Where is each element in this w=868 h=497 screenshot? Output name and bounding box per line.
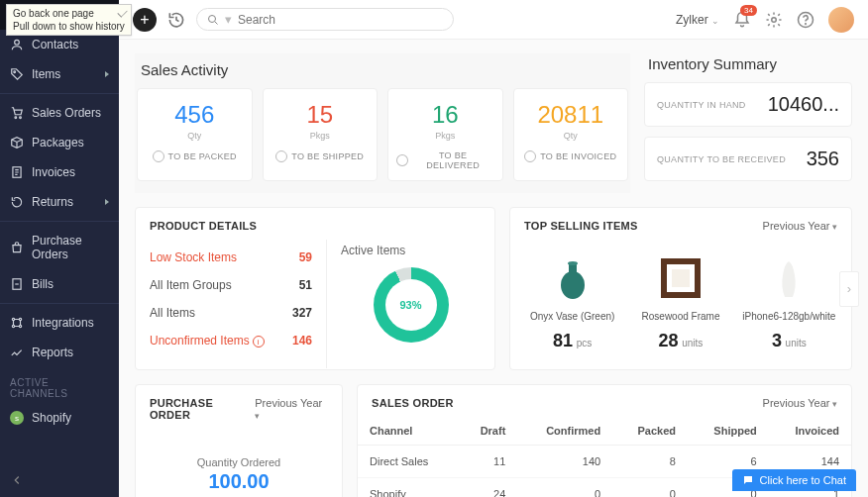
svg-point-6 (12, 318, 14, 320)
sidebar-item-label: Invoices (32, 165, 75, 179)
top-selling-item[interactable]: Rosewood Frame 28 units (626, 246, 734, 355)
back-history-tooltip: Go back one page Pull down to show histo… (6, 4, 132, 36)
top-selling-title: TOP SELLING ITEMS (524, 220, 638, 232)
sidebar-collapse-button[interactable] (0, 463, 119, 497)
help-button[interactable] (797, 11, 814, 29)
so-cell: 11 (458, 446, 517, 478)
product-detail-row[interactable]: Unconfirmed Itemsi146 (150, 327, 312, 354)
pd-key: Low Stock Items (150, 250, 237, 264)
product-details-card: PRODUCT DETAILS Low Stock Items59All Ite… (135, 207, 495, 370)
package-icon (10, 136, 24, 149)
sidebar-item-label: Returns (32, 195, 73, 209)
notifications-button[interactable]: 34 (733, 11, 751, 29)
stat-value: 456 (146, 101, 244, 129)
purchase-order-card: PURCHASE ORDER Previous Year Quantity Or… (135, 384, 343, 497)
product-name: Rosewood Frame (630, 311, 730, 325)
qty-to-receive-card: QUANTITY TO BE RECEIVED 356 (644, 137, 852, 181)
product-detail-row[interactable]: Low Stock Items59 (150, 244, 312, 271)
shopify-icon: s (10, 411, 24, 425)
sidebar-item-sales-orders[interactable]: Sales Orders (0, 98, 119, 128)
top-selling-item[interactable]: Onyx Vase (Green) 81 pcs (518, 246, 626, 355)
so-header: Channel (358, 417, 458, 446)
top-selling-card: TOP SELLING ITEMS Previous Year Onyx Vas… (509, 207, 852, 370)
stat-label: TO BE SHIPPED (271, 150, 370, 162)
sidebar-item-reports[interactable]: Reports (0, 338, 119, 367)
sidebar-item-items[interactable]: Items (0, 59, 119, 89)
org-switcher[interactable]: Zylker ⌄ (676, 13, 719, 27)
pd-value: 146 (292, 334, 312, 348)
product-detail-row[interactable]: All Items327 (150, 299, 312, 327)
stat-unit: Qty (522, 131, 620, 141)
stat-label: TO BE DELIVERED (396, 150, 494, 170)
settings-button[interactable] (765, 11, 783, 29)
search-input[interactable] (238, 13, 443, 27)
invoice-icon (10, 165, 24, 179)
gear-icon (765, 11, 783, 29)
svg-point-13 (806, 23, 807, 24)
qty-in-hand-label: QUANTITY IN HAND (657, 100, 746, 110)
sidebar-item-shopify[interactable]: s Shopify (0, 403, 119, 433)
returns-icon (10, 195, 24, 209)
chevron-right-icon (105, 71, 109, 77)
top-selling-next-button[interactable]: › (839, 271, 859, 307)
so-header: Packed (612, 417, 688, 446)
so-cell: 140 (517, 446, 612, 478)
product-qty: 28 (659, 331, 679, 350)
sidebar-item-label: Purchase Orders (32, 234, 109, 261)
chevron-left-icon (10, 473, 24, 487)
sidebar-item-returns[interactable]: Returns (0, 187, 119, 217)
svg-point-11 (772, 17, 777, 22)
reports-icon (10, 346, 24, 359)
stat-card[interactable]: 16 Pkgs TO BE DELIVERED (387, 88, 503, 181)
stat-value: 15 (271, 101, 370, 129)
product-name: Onyx Vase (Green) (522, 311, 622, 325)
cart-icon (10, 106, 24, 120)
top-selling-range-dropdown[interactable]: Previous Year (763, 220, 837, 232)
bag-icon (10, 241, 24, 254)
product-detail-row[interactable]: All Item Groups51 (150, 271, 312, 299)
chat-button[interactable]: Click here to Chat (732, 469, 856, 491)
stat-card[interactable]: 456 Qty TO BE PACKED (137, 88, 253, 181)
info-icon: i (253, 336, 265, 348)
qty-to-receive-value: 356 (807, 148, 839, 170)
product-details-title: PRODUCT DETAILS (150, 220, 257, 232)
stat-card[interactable]: 15 Pkgs TO BE SHIPPED (263, 88, 379, 181)
svg-point-14 (561, 271, 585, 299)
stat-unit: Qty (146, 131, 244, 141)
sidebar-item-label: Reports (32, 346, 73, 359)
sales-order-range-dropdown[interactable]: Previous Year (763, 397, 837, 409)
sales-order-title: SALES ORDER (372, 397, 454, 409)
pd-value: 327 (292, 306, 312, 320)
product-qty: 81 (553, 331, 573, 350)
qty-in-hand-card: QUANTITY IN HAND 10460... (644, 82, 852, 127)
sidebar-item-invoices[interactable]: Invoices (0, 157, 119, 187)
product-qty: 3 (772, 331, 782, 350)
qty-to-receive-label: QUANTITY TO BE RECEIVED (657, 154, 786, 164)
sidebar-item-integrations[interactable]: Integrations (0, 308, 119, 338)
sidebar-item-label: Shopify (32, 411, 71, 425)
product-thumbnail (658, 255, 704, 301)
purchase-order-title: PURCHASE ORDER (150, 397, 255, 421)
purchase-order-range-dropdown[interactable]: Previous Year (255, 397, 328, 421)
sidebar-item-label: Bills (32, 277, 54, 291)
top-selling-item[interactable]: iPhone6-128gb/white 3 units (735, 246, 843, 355)
active-channels-label: ACTIVE CHANNELS (0, 367, 119, 403)
stat-card[interactable]: 20811 Qty TO BE INVOICED (513, 88, 629, 181)
history-icon[interactable] (166, 10, 186, 30)
svg-rect-18 (672, 269, 690, 287)
pd-value: 51 (299, 278, 312, 292)
qty-in-hand-value: 10460... (768, 93, 839, 116)
inventory-summary-title: Inventory Summary (644, 53, 852, 82)
so-cell: 24 (458, 478, 517, 498)
search-dropdown-caret[interactable]: ▾ (225, 12, 232, 27)
sidebar-item-packages[interactable]: Packages (0, 128, 119, 157)
avatar[interactable] (828, 7, 854, 33)
svg-point-2 (15, 117, 17, 119)
sales-activity-panel: Sales Activity 456 Qty TO BE PACKED15 Pk… (135, 53, 630, 193)
sidebar-item-bills[interactable]: Bills (0, 269, 119, 299)
bills-icon (10, 277, 24, 291)
add-button[interactable]: + (133, 8, 157, 32)
sidebar-item-purchase-orders[interactable]: Purchase Orders (0, 226, 119, 269)
search-box[interactable]: ▾ (196, 8, 454, 31)
sidebar: Dashboard Contacts Items Sales Orders Pa… (0, 0, 119, 497)
